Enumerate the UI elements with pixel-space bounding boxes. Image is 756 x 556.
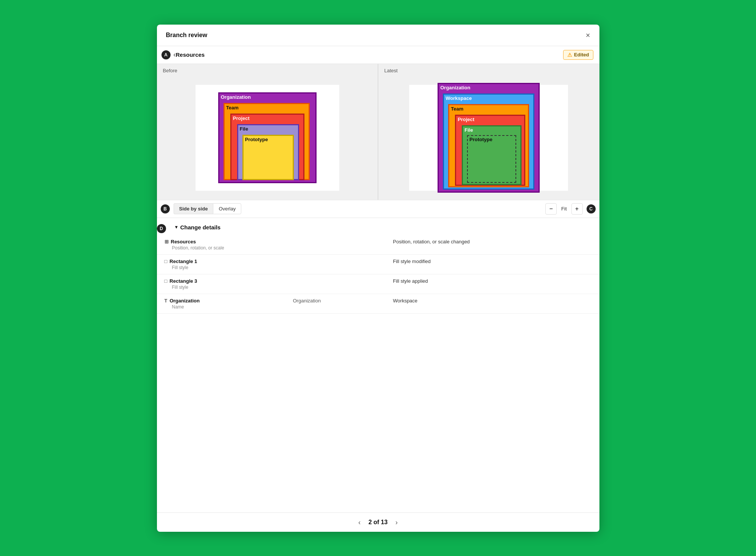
text-icon: T [165,298,168,304]
modal-window: Branch review × A ‹ Resources ⚠ Edited [157,25,599,532]
item-name-organization: T Organization [165,298,278,304]
chevron-icon: ▾ [175,224,177,230]
before-prototype-label: Prototype [244,136,270,143]
circle-a-label: A [161,50,171,59]
next-page-button[interactable]: › [396,519,398,526]
latest-nested-boxes: Organization Workspace Team [438,83,540,193]
circle-d-label: D [157,224,166,233]
nav-title: Resources [176,51,205,58]
before-pane: Before Organization Team [157,64,378,200]
table-row: ⊞ Resources Position, rotation, or scale… [157,235,599,255]
after-value-organization: Workspace [385,294,599,313]
circle-b-label: B [161,204,170,213]
preview-area: Before Organization Team [157,64,599,200]
after-value-rectangle1: Fill style modified [385,254,599,274]
after-value-resources: Position, rotation, or scale changed [385,235,599,255]
page-counter: 2 of 13 [367,519,390,526]
before-file-label: File [238,125,250,133]
footer: E ‹ 2 of 13 › [157,512,599,532]
zoom-controls: − Fit + [545,203,582,215]
latest-org-label: Organization [439,84,472,92]
latest-team-label: Team [449,105,465,113]
change-details-header[interactable]: ▾ Change details [168,218,599,235]
table-row: T Organization Name Organization Workspa… [157,294,599,313]
latest-label: Latest [378,64,599,76]
rectangle1-icon: □ [165,259,168,264]
prev-page-button[interactable]: ‹ [359,519,361,526]
view-controls: B Side by side Overlay C − Fit + [157,200,599,218]
table-row: □ Rectangle 3 Fill style Fill style appl… [157,274,599,294]
before-value-resources [286,235,386,255]
before-org-label: Organization [219,93,252,101]
before-value-rectangle3 [286,274,386,294]
edited-badge: ⚠ Edited [563,50,593,60]
zoom-out-button[interactable]: − [545,203,557,215]
window-title: Branch review [166,32,207,39]
latest-file-label: File [463,126,474,134]
item-property-resources: Position, rotation, or scale [165,245,278,251]
view-tabs: Side by side Overlay [174,203,242,214]
latest-prototype-box: Prototype [467,135,516,183]
before-project-label: Project [231,115,251,122]
latest-canvas: Organization Workspace Team [378,76,599,200]
table-row: □ Rectangle 1 Fill style Fill style modi… [157,254,599,274]
before-value-rectangle1 [286,254,386,274]
nav-bar: A ‹ Resources ⚠ Edited [157,46,599,64]
item-property-rectangle1: Fill style [165,265,278,270]
latest-project-label: Project [456,116,476,123]
change-details-title: Change details [180,224,221,230]
latest-prototype-label: Prototype [468,136,494,143]
before-value-organization: Organization [286,294,386,313]
before-label: Before [157,64,378,76]
tab-overlay[interactable]: Overlay [213,203,241,214]
changes-table: ⊞ Resources Position, rotation, or scale… [157,235,599,314]
before-prototype-box: Prototype [242,135,294,180]
rectangle3-icon: □ [165,278,168,284]
close-button[interactable]: × [586,31,590,39]
before-canvas-inner: Organization Team Project [196,85,339,191]
before-canvas: Organization Team Project [157,76,378,200]
after-value-rectangle3: Fill style applied [385,274,599,294]
circle-c-label: C [587,204,596,213]
tab-side-by-side[interactable]: Side by side [174,203,213,214]
title-bar: Branch review × [157,25,599,46]
before-nested-boxes: Organization Team Project [218,92,317,183]
latest-pane: Latest Organization Workspace [378,64,599,200]
item-name-resources: ⊞ Resources [165,239,278,245]
latest-workspace-label: Workspace [444,95,473,102]
item-property-rectangle3: Fill style [165,285,278,290]
item-name-rectangle1: □ Rectangle 1 [165,259,278,264]
resources-icon: ⊞ [165,239,169,245]
zoom-in-button[interactable]: + [571,203,583,215]
nav-left: A ‹ Resources [163,51,205,59]
edited-label: Edited [574,52,589,58]
item-property-organization: Name [165,304,278,310]
warning-icon: ⚠ [567,52,572,58]
before-team-label: Team [225,104,240,112]
item-name-rectangle3: □ Rectangle 3 [165,278,278,284]
change-details-panel: D ▾ Change details ⊞ Resources Position,… [157,218,599,512]
zoom-fit-label: Fit [558,206,570,212]
latest-canvas-inner: Organization Workspace Team [409,85,568,191]
